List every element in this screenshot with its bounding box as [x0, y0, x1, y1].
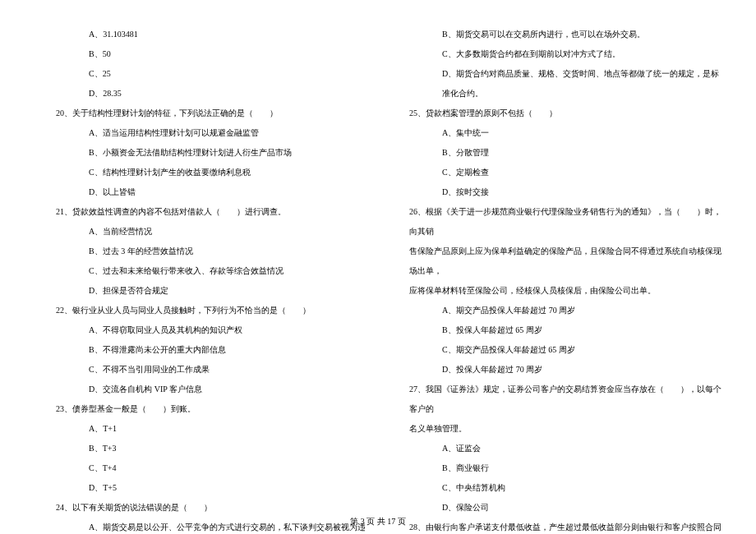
- q20-option-b: B、小额资金无法借助结构性理财计划进人衍生产品市场: [49, 143, 370, 163]
- q22-option-c: C、不得不当引用同业的工作成果: [49, 360, 370, 380]
- page-container: A、31.103481 B、50 C、25 D、28.35 20、关于结构性理财…: [0, 0, 756, 501]
- q24-option-b: B、期货交易可以在交易所内进行，也可以在场外交易。: [403, 25, 723, 44]
- q21-option-a: A、当前经营情况: [49, 222, 370, 242]
- q26-cont1: 售保险产品原则上应为保单利益确定的保险产品，且保险合同不得通过系统自动核保现场出…: [403, 242, 723, 281]
- q25-text: 25、贷款档案管理的原则不包括（ ）: [403, 104, 723, 123]
- q27-option-b: B、商业银行: [403, 458, 723, 478]
- q24-option-c: C、大多数期货合约都在到期前以对冲方式了结。: [403, 44, 723, 64]
- q22-option-b: B、不得泄露尚未公开的重大内部信息: [49, 340, 370, 360]
- q20-text: 20、关于结构性理财计划的特征，下列说法正确的是（ ）: [49, 104, 370, 123]
- q27-option-c: C、中央结算机构: [403, 478, 723, 498]
- q20-option-a: A、适当运用结构性理财计划可以规避金融监管: [49, 123, 370, 143]
- q19-option-c: C、25: [49, 64, 370, 84]
- q20-option-d: D、以上皆错: [49, 182, 370, 202]
- q20-option-c: C、结构性理财计划产生的收益要缴纳利息税: [49, 163, 370, 182]
- q25-option-b: B、分散管理: [403, 143, 723, 163]
- q26-cont2: 应将保单材料转至保险公司，经核保人员核保后，由保险公司出单。: [403, 281, 723, 301]
- q25-option-d: D、按时交接: [403, 182, 723, 202]
- q23-option-b: B、T+3: [49, 439, 370, 458]
- q23-option-c: C、T+4: [49, 458, 370, 478]
- q26-option-d: D、投保人年龄超过 70 周岁: [403, 360, 723, 380]
- q19-option-a: A、31.103481: [49, 25, 370, 44]
- q23-option-d: D、T+5: [49, 478, 370, 498]
- q26-option-b: B、投保人年龄超过 65 周岁: [403, 320, 723, 340]
- q22-text: 22、银行业从业人员与同业人员接触时，下列行为不恰当的是（ ）: [49, 301, 370, 320]
- q24-text: 24、以下有关期货的说法错误的是（ ）: [49, 498, 370, 518]
- q21-option-c: C、过去和未来给银行带来收入、存款等综合效益情况: [49, 261, 370, 281]
- q22-option-d: D、交流各自机构 VIP 客户信息: [49, 380, 370, 399]
- page-footer: 第 3 页 共 17 页: [0, 516, 756, 527]
- q25-option-a: A、集中统一: [403, 123, 723, 143]
- q27-cont: 名义单独管理。: [403, 419, 723, 439]
- q24-option-d: D、期货合约对商品质量、规格、交货时间、地点等都做了统一的规定，是标准化合约。: [403, 64, 723, 104]
- q21-text: 21、贷款效益性调查的内容不包括对借款人（ ）进行调查。: [49, 202, 370, 222]
- left-column: A、31.103481 B、50 C、25 D、28.35 20、关于结构性理财…: [0, 25, 378, 501]
- q26-option-a: A、期交产品投保人年龄超过 70 周岁: [403, 301, 723, 320]
- q27-option-a: A、证监会: [403, 439, 723, 458]
- q25-option-c: C、定期检查: [403, 163, 723, 182]
- q27-text: 27、我国《证券法》规定，证券公司客户的交易结算资金应当存放在（ ），以每个客户…: [403, 380, 723, 419]
- q19-option-b: B、50: [49, 44, 370, 64]
- q26-option-c: C、期交产品投保人年龄超过 65 周岁: [403, 340, 723, 360]
- q26-text: 26、根据《关于进一步规范商业银行代理保险业务销售行为的通知》，当（ ）时，向其…: [403, 202, 723, 242]
- q22-option-a: A、不得窃取同业人员及其机构的知识产权: [49, 320, 370, 340]
- q23-text: 23、债券型基金一般是（ ）到账。: [49, 399, 370, 419]
- q27-option-d: D、保险公司: [403, 498, 723, 518]
- q23-option-a: A、T+1: [49, 419, 370, 439]
- q19-option-d: D、28.35: [49, 84, 370, 104]
- q21-option-b: B、过去 3 年的经营效益情况: [49, 242, 370, 261]
- right-column: B、期货交易可以在交易所内进行，也可以在场外交易。 C、大多数期货合约都在到期前…: [378, 25, 756, 501]
- q21-option-d: D、担保是否符合规定: [49, 281, 370, 301]
